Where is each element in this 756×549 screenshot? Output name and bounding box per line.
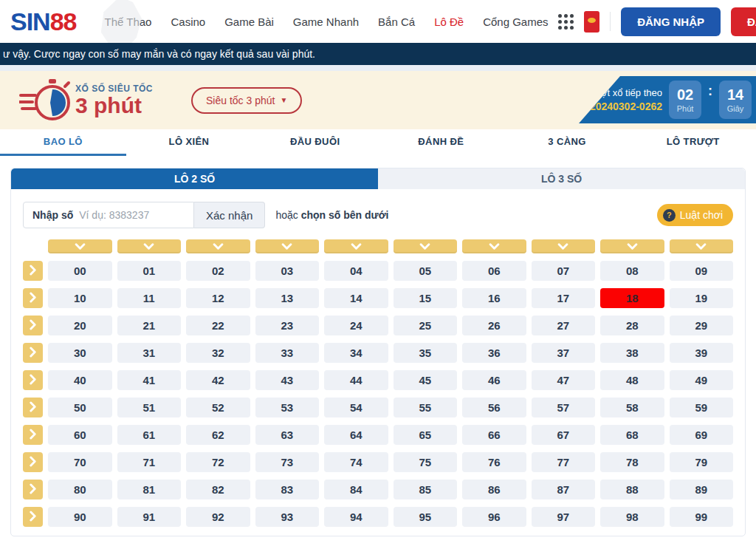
number-cell-19[interactable]: 19	[670, 288, 734, 308]
number-cell-73[interactable]: 73	[255, 452, 320, 472]
number-cell-29[interactable]: 29	[670, 316, 734, 335]
column-select-button-5[interactable]	[394, 239, 458, 253]
number-cell-14[interactable]: 14	[324, 288, 388, 308]
number-cell-04[interactable]: 04	[324, 261, 388, 281]
subtab-lô-3-số[interactable]: LÔ 3 SỐ	[378, 168, 745, 189]
number-cell-57[interactable]: 57	[532, 398, 596, 417]
number-cell-95[interactable]: 95	[394, 507, 458, 527]
column-select-button-1[interactable]	[117, 239, 182, 253]
number-cell-80[interactable]: 80	[48, 480, 112, 499]
number-cell-62[interactable]: 62	[186, 425, 250, 445]
number-cell-58[interactable]: 58	[600, 398, 664, 417]
number-cell-52[interactable]: 52	[186, 398, 250, 417]
row-select-button-1[interactable]	[23, 288, 43, 308]
number-cell-83[interactable]: 83	[255, 480, 320, 499]
row-select-button-5[interactable]	[23, 398, 43, 417]
number-cell-36[interactable]: 36	[462, 343, 526, 363]
number-cell-76[interactable]: 76	[462, 452, 526, 472]
number-cell-71[interactable]: 71	[117, 452, 182, 472]
number-cell-86[interactable]: 86	[462, 480, 526, 499]
number-cell-44[interactable]: 44	[324, 370, 388, 390]
number-cell-79[interactable]: 79	[670, 452, 734, 472]
number-cell-13[interactable]: 13	[255, 288, 320, 308]
number-cell-47[interactable]: 47	[532, 370, 596, 390]
number-input[interactable]: Nhập số Ví dụ: 8383237	[23, 202, 194, 228]
number-cell-39[interactable]: 39	[670, 343, 734, 363]
number-cell-87[interactable]: 87	[532, 480, 596, 499]
number-cell-37[interactable]: 37	[532, 343, 596, 363]
row-select-button-0[interactable]	[23, 261, 43, 281]
column-select-button-0[interactable]	[48, 239, 112, 253]
number-cell-78[interactable]: 78	[600, 452, 664, 472]
tab-3-càng[interactable]: 3 CÀNG	[504, 129, 630, 156]
number-cell-30[interactable]: 30	[48, 343, 112, 363]
number-cell-07[interactable]: 07	[532, 261, 596, 281]
number-cell-91[interactable]: 91	[117, 507, 182, 527]
column-select-button-7[interactable]	[532, 239, 596, 253]
number-cell-96[interactable]: 96	[462, 507, 526, 527]
number-cell-54[interactable]: 54	[324, 398, 388, 417]
number-cell-64[interactable]: 64	[324, 425, 388, 445]
row-select-button-9[interactable]	[23, 507, 43, 527]
lottery-type-selector[interactable]: Siêu tốc 3 phút ▼	[191, 87, 302, 114]
number-cell-72[interactable]: 72	[186, 452, 250, 472]
number-cell-03[interactable]: 03	[255, 261, 320, 281]
number-cell-61[interactable]: 61	[117, 425, 182, 445]
number-cell-12[interactable]: 12	[186, 288, 250, 308]
number-cell-27[interactable]: 27	[532, 316, 596, 335]
column-select-button-9[interactable]	[670, 239, 734, 253]
row-select-button-2[interactable]	[23, 316, 43, 335]
number-cell-02[interactable]: 02	[186, 261, 250, 281]
tab-lô-trượt[interactable]: LÔ TRƯỢT	[630, 129, 756, 156]
number-cell-15[interactable]: 15	[394, 288, 458, 308]
number-cell-98[interactable]: 98	[600, 507, 664, 527]
number-cell-16[interactable]: 16	[462, 288, 526, 308]
number-cell-50[interactable]: 50	[48, 398, 112, 417]
number-cell-41[interactable]: 41	[117, 370, 182, 390]
number-cell-70[interactable]: 70	[48, 452, 112, 472]
number-cell-81[interactable]: 81	[117, 480, 182, 499]
tab-lô-xiên[interactable]: LÔ XIÊN	[126, 129, 252, 156]
number-cell-66[interactable]: 66	[462, 425, 526, 445]
nav-item-cổng-games[interactable]: Cổng Games	[483, 16, 548, 28]
number-cell-06[interactable]: 06	[462, 261, 526, 281]
number-cell-48[interactable]: 48	[600, 370, 664, 390]
number-cell-69[interactable]: 69	[670, 425, 734, 445]
number-cell-89[interactable]: 89	[670, 480, 734, 499]
number-cell-35[interactable]: 35	[394, 343, 458, 363]
number-cell-45[interactable]: 45	[394, 370, 458, 390]
row-select-button-4[interactable]	[23, 370, 43, 390]
red-envelope-icon[interactable]	[584, 11, 599, 33]
nav-item-lô-đề[interactable]: Lô Đề	[434, 16, 464, 28]
number-cell-56[interactable]: 56	[462, 398, 526, 417]
number-cell-11[interactable]: 11	[117, 288, 182, 308]
number-cell-85[interactable]: 85	[394, 480, 458, 499]
number-cell-63[interactable]: 63	[255, 425, 320, 445]
number-cell-97[interactable]: 97	[532, 507, 596, 527]
number-cell-34[interactable]: 34	[324, 343, 388, 363]
column-select-button-8[interactable]	[600, 239, 664, 253]
number-cell-40[interactable]: 40	[48, 370, 112, 390]
nav-item-bắn-cá[interactable]: Bắn Cá	[378, 16, 415, 28]
confirm-button[interactable]: Xác nhận	[194, 202, 265, 228]
number-cell-18[interactable]: 18	[600, 288, 664, 308]
number-cell-65[interactable]: 65	[394, 425, 458, 445]
row-select-button-6[interactable]	[23, 425, 43, 445]
number-cell-82[interactable]: 82	[186, 480, 250, 499]
number-cell-75[interactable]: 75	[394, 452, 458, 472]
number-cell-26[interactable]: 26	[462, 316, 526, 335]
number-cell-23[interactable]: 23	[255, 316, 320, 335]
number-cell-53[interactable]: 53	[255, 398, 320, 417]
column-select-button-6[interactable]	[462, 239, 526, 253]
subtab-lô-2-số[interactable]: LÔ 2 SỐ	[11, 168, 378, 189]
number-cell-51[interactable]: 51	[117, 398, 182, 417]
number-cell-31[interactable]: 31	[117, 343, 182, 363]
number-cell-99[interactable]: 99	[670, 507, 734, 527]
number-cell-22[interactable]: 22	[186, 316, 250, 335]
number-cell-59[interactable]: 59	[670, 398, 734, 417]
number-cell-74[interactable]: 74	[324, 452, 388, 472]
tab-đánh-đề[interactable]: ĐÁNH ĐỀ	[378, 129, 504, 156]
number-cell-10[interactable]: 10	[48, 288, 112, 308]
number-cell-28[interactable]: 28	[600, 316, 664, 335]
apps-grid-icon[interactable]	[558, 14, 574, 30]
